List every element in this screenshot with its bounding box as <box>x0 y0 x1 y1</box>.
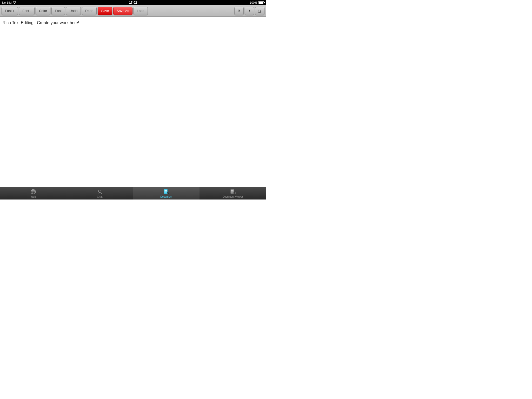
svg-rect-8 <box>165 191 167 191</box>
status-time: 17:02 <box>129 1 137 4</box>
web-icon <box>30 189 36 195</box>
tab-bar: Web Chat ≡ Document <box>0 187 266 200</box>
wifi-icon <box>13 1 16 4</box>
svg-rect-7 <box>165 190 167 190</box>
editor-area[interactable]: Rich Text Editing . Create your work her… <box>0 17 266 187</box>
toolbar: Font + Font - Color Font Undo Redo Save … <box>0 5 266 17</box>
svg-rect-13 <box>231 190 234 190</box>
document-icon: ≡ <box>163 189 169 195</box>
font-button[interactable]: Font <box>51 7 65 15</box>
undo-button[interactable]: Undo <box>66 7 81 15</box>
tab-document-viewer[interactable]: ≡ Document Viewer <box>200 187 266 200</box>
tab-web-label: Web <box>31 195 36 198</box>
svg-rect-15 <box>231 192 233 192</box>
tab-document-label: Document <box>160 195 172 198</box>
tab-document-viewer-label: Document Viewer <box>223 195 243 198</box>
svg-rect-9 <box>165 192 166 192</box>
tab-chat[interactable]: Chat <box>66 187 133 200</box>
font-plus-button[interactable]: Font + <box>2 7 18 15</box>
tab-document[interactable]: ≡ Document <box>133 187 200 200</box>
italic-button[interactable]: I <box>245 7 254 15</box>
chat-icon <box>97 189 103 195</box>
document-viewer-icon: ≡ <box>230 189 236 195</box>
carrier-label: No SIM <box>2 1 12 4</box>
status-right: 100% <box>250 1 264 4</box>
color-button[interactable]: Color <box>36 7 50 15</box>
tab-web[interactable]: Web <box>0 187 66 200</box>
svg-point-5 <box>98 190 101 192</box>
battery-percent: 100% <box>250 1 257 4</box>
svg-text:≡: ≡ <box>234 192 235 194</box>
editor-content: Rich Text Editing . Create your work her… <box>3 20 263 26</box>
font-minus-button[interactable]: Font - <box>19 7 35 15</box>
status-bar: No SIM 17:02 100% <box>0 0 266 5</box>
tab-chat-label: Chat <box>97 195 102 198</box>
bold-button[interactable]: B <box>234 7 244 15</box>
save-as-button[interactable]: Save As <box>113 7 132 15</box>
status-left: No SIM <box>2 1 16 4</box>
battery-icon <box>258 1 264 4</box>
underline-button[interactable]: U <box>255 7 264 15</box>
svg-rect-14 <box>231 191 234 191</box>
svg-text:≡: ≡ <box>167 192 168 194</box>
redo-button[interactable]: Redo <box>82 7 97 15</box>
load-button[interactable]: Load <box>134 7 148 15</box>
save-button[interactable]: Save <box>98 7 112 15</box>
